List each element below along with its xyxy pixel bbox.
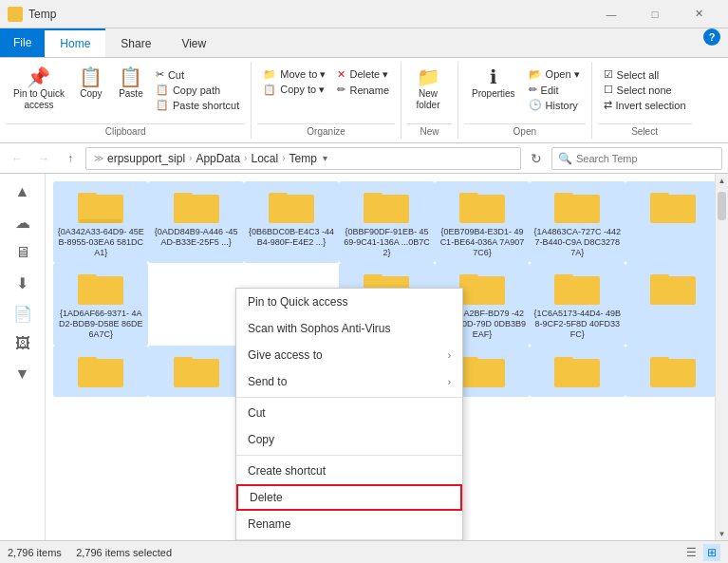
clipboard-items: 📌 Pin to Quickaccess 📋 Copy 📋 Paste ✂ Cu… <box>6 62 245 123</box>
maximize-button[interactable]: □ <box>633 0 677 28</box>
search-input[interactable] <box>576 153 716 164</box>
folder-item[interactable]: {1C6A5173-44D4- 49B8-9CF2-5F8D 40FD33FC} <box>530 263 625 345</box>
paste-shortcut-button[interactable]: 📋 Paste shortcut <box>152 98 243 112</box>
selectnone-label: Select none <box>617 84 672 96</box>
folder-item[interactable]: {1A4863CA-727C -4427-B440-C9A D8C32787A} <box>530 181 625 263</box>
copy-label: Copy <box>80 88 102 100</box>
svg-rect-10 <box>459 193 478 198</box>
ctx-copy[interactable]: Copy <box>236 426 462 453</box>
folder-item[interactable]: {0A342A33-64D9- 45EB-8955-03EA6 581DCA1} <box>53 181 148 263</box>
svg-rect-29 <box>78 359 123 387</box>
sidebar-downloads[interactable]: ⬇ <box>4 269 42 297</box>
cut-button[interactable]: ✂ Cut <box>152 67 243 82</box>
svg-rect-23 <box>459 276 505 305</box>
folder-label: {0ADD84B9-A446 -45AD-B33E-25F5 ...} <box>152 227 239 248</box>
address-local[interactable]: Local <box>251 152 278 165</box>
select-all-button[interactable]: ☑ Select all <box>600 67 690 82</box>
ctx-scan[interactable]: Scan with Sophos Anti-Virus <box>236 315 462 342</box>
invert-selection-button[interactable]: ⇄ Invert selection <box>600 98 690 112</box>
edit-button[interactable]: ✏ Edit <box>525 83 584 97</box>
minimize-button[interactable]: — <box>589 0 633 28</box>
rename-button[interactable]: ✏ Rename <box>333 83 393 97</box>
svg-rect-39 <box>554 359 600 387</box>
folder-item[interactable]: {0EB709B4-E3D1- 49C1-BE64-036A 7A9077C6} <box>435 181 530 263</box>
ctx-give-access[interactable]: Give access to › <box>236 342 462 368</box>
cut-label: Cut <box>168 69 184 81</box>
ctx-rename[interactable]: Rename <box>236 511 462 537</box>
invert-icon: ⇄ <box>604 99 612 111</box>
scrollbar-vertical[interactable]: ▲ ▼ <box>715 174 728 540</box>
cut-icon: ✂ <box>156 68 164 81</box>
folder-item[interactable] <box>625 346 720 397</box>
ctx-delete[interactable]: Delete <box>236 484 462 511</box>
properties-button[interactable]: ℹ Properties <box>466 66 521 102</box>
ctx-cut[interactable]: Cut <box>236 400 462 426</box>
copy-path-button[interactable]: 📋 Copy path <box>152 83 243 97</box>
address-bar[interactable]: ≫ erpsupport_sipl › AppData › Local › Te… <box>85 147 521 170</box>
folder-item[interactable] <box>148 346 243 397</box>
paste-button[interactable]: 📋 Paste <box>112 66 150 102</box>
view-icons-button[interactable]: ⊞ <box>703 544 720 561</box>
move-to-button[interactable]: 📁 Move to ▾ <box>259 67 329 82</box>
invert-label: Invert selection <box>616 100 686 111</box>
folder-item[interactable]: {0ADD84B9-A446 -45AD-B33E-25F5 ...} <box>148 181 243 263</box>
properties-label: Properties <box>472 88 515 100</box>
scroll-thumb[interactable] <box>718 192 726 220</box>
sidebar-cloud[interactable]: ☁ <box>4 208 42 236</box>
back-button[interactable]: ← <box>6 147 28 170</box>
organize-stack2: ✕ Delete ▾ ✏ Rename <box>333 66 393 99</box>
ctx-rename-left: Rename <box>248 517 290 531</box>
select-none-button[interactable]: ☐ Select none <box>600 83 690 97</box>
folder-label: {0A342A33-64D9- 45EB-8955-03EA6 581DCA1} <box>57 227 144 257</box>
folder-item[interactable] <box>530 346 625 397</box>
rename-icon: ✏ <box>337 84 345 96</box>
tab-share[interactable]: Share <box>105 28 166 57</box>
select-label: Select <box>598 123 692 139</box>
folder-item[interactable]: {1AD6AF66-9371- 4AD2-BDB9-D58E 86DE6A7C} <box>53 263 148 345</box>
folder-item[interactable] <box>625 181 720 263</box>
tab-view[interactable]: View <box>166 28 221 57</box>
sidebar-docs[interactable]: 📄 <box>4 299 42 328</box>
folder-item[interactable]: {0BBF90DF-91EB- 4569-9C41-136A ...0B7C2} <box>339 181 434 263</box>
pin-button[interactable]: 📌 Pin to Quickaccess <box>8 66 70 113</box>
pin-label: Pin to Quickaccess <box>13 88 65 111</box>
address-appdata[interactable]: AppData <box>196 152 240 165</box>
tab-file[interactable]: File <box>0 28 45 57</box>
title-bar-left: Temp <box>8 7 56 22</box>
ctx-create-shortcut[interactable]: Create shortcut <box>236 458 462 484</box>
address-dropdown[interactable]: ▾ <box>323 153 327 163</box>
select-stack: ☑ Select all ☐ Select none ⇄ Invert sele… <box>600 66 690 114</box>
ribbon-group-organize: 📁 Move to ▾ 📋 Copy to ▾ ✕ Delete ▾ ✏ <box>252 62 401 139</box>
folder-item[interactable]: {0B6BDC0B-E4C3 -44B4-980F-E4E2 ...} <box>244 181 339 263</box>
scroll-up-button[interactable]: ▲ <box>716 174 728 187</box>
delete-ribbon-button[interactable]: ✕ Delete ▾ <box>333 67 393 82</box>
sidebar-scroll-down[interactable]: ▼ <box>4 360 42 388</box>
copy-button[interactable]: 📋 Copy <box>72 66 110 102</box>
pin-icon: 📌 <box>27 67 50 86</box>
folder-item[interactable] <box>625 263 720 345</box>
history-button[interactable]: 🕒 History <box>525 98 584 112</box>
refresh-button[interactable]: ↻ <box>525 147 548 170</box>
sidebar-desktop[interactable]: 🖥 <box>4 238 42 267</box>
sidebar-pics[interactable]: 🖼 <box>4 329 42 358</box>
open-label: Open <box>464 123 586 139</box>
copy-to-button[interactable]: 📋 Copy to ▾ <box>259 83 329 97</box>
close-button[interactable]: ✕ <box>677 0 720 28</box>
up-button[interactable]: ↑ <box>59 147 82 170</box>
folder-item[interactable] <box>53 346 148 397</box>
new-folder-button[interactable]: 📁 Newfolder <box>409 66 447 113</box>
ribbon-content: 📌 Pin to Quickaccess 📋 Copy 📋 Paste ✂ Cu… <box>0 57 728 142</box>
status-right: ☰ ⊞ <box>682 544 720 561</box>
scroll-down-button[interactable]: ▼ <box>716 527 728 540</box>
open-button[interactable]: 📂 Open ▾ <box>525 67 584 82</box>
address-erpsupport[interactable]: erpsupport_sipl <box>107 152 185 165</box>
help-button[interactable]: ? <box>703 28 720 46</box>
ctx-send-to-left: Send to <box>248 375 287 388</box>
organize-stack: 📁 Move to ▾ 📋 Copy to ▾ <box>259 66 329 99</box>
ctx-pin[interactable]: Pin to Quick access <box>236 289 462 315</box>
view-details-button[interactable]: ☰ <box>682 544 700 561</box>
tab-home[interactable]: Home <box>45 28 105 57</box>
forward-button[interactable]: → <box>32 147 55 170</box>
sidebar-scroll-up[interactable]: ▲ <box>4 178 42 206</box>
ctx-send-to[interactable]: Send to › <box>236 368 462 395</box>
